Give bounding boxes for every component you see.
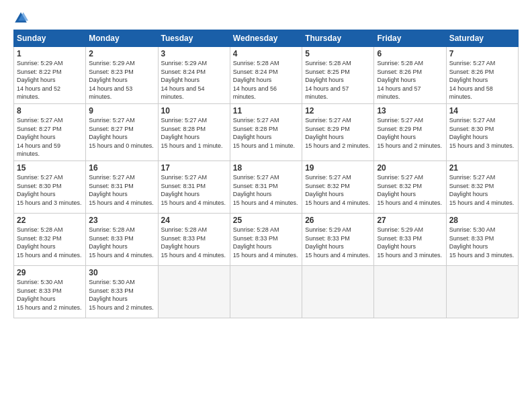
calendar-cell: 13Sunrise: 5:27 AMSunset: 8:29 PMDayligh… xyxy=(374,103,446,161)
calendar-cell: 20Sunrise: 5:27 AMSunset: 8:32 PMDayligh… xyxy=(374,161,446,213)
day-number: 8 xyxy=(17,106,83,116)
calendar-cell: 7Sunrise: 5:27 AMSunset: 8:26 PMDaylight… xyxy=(446,47,518,104)
day-number: 10 xyxy=(161,106,227,116)
calendar-cell: 29Sunrise: 5:30 AMSunset: 8:33 PMDayligh… xyxy=(14,265,86,318)
calendar-cell: 23Sunrise: 5:28 AMSunset: 8:33 PMDayligh… xyxy=(86,213,158,265)
day-info: Sunrise: 5:27 AMSunset: 8:26 PMDaylight … xyxy=(449,59,515,101)
calendar-cell: 4Sunrise: 5:28 AMSunset: 8:24 PMDaylight… xyxy=(230,47,302,104)
day-number: 29 xyxy=(17,268,83,277)
day-info: Sunrise: 5:30 AMSunset: 8:33 PMDaylight … xyxy=(17,278,83,312)
col-header-wednesday: Wednesday xyxy=(230,30,302,47)
day-info: Sunrise: 5:28 AMSunset: 8:24 PMDaylight … xyxy=(233,59,299,101)
col-header-monday: Monday xyxy=(86,30,158,47)
calendar-cell: 1Sunrise: 5:29 AMSunset: 8:22 PMDaylight… xyxy=(14,47,86,104)
day-info: Sunrise: 5:27 AMSunset: 8:29 PMDaylight … xyxy=(305,116,371,150)
day-info: Sunrise: 5:29 AMSunset: 8:33 PMDaylight … xyxy=(377,226,443,259)
day-info: Sunrise: 5:27 AMSunset: 8:31 PMDaylight … xyxy=(233,173,299,207)
day-number: 9 xyxy=(89,106,154,116)
day-number: 23 xyxy=(89,216,154,225)
calendar-cell: 10Sunrise: 5:27 AMSunset: 8:28 PMDayligh… xyxy=(158,103,230,161)
page-container: SundayMondayTuesdayWednesdayThursdayFrid… xyxy=(0,0,532,325)
day-number: 4 xyxy=(233,49,299,58)
day-number: 12 xyxy=(305,106,371,116)
day-info: Sunrise: 5:27 AMSunset: 8:27 PMDaylight … xyxy=(89,116,154,150)
calendar-cell: 12Sunrise: 5:27 AMSunset: 8:29 PMDayligh… xyxy=(302,103,374,161)
day-info: Sunrise: 5:27 AMSunset: 8:29 PMDaylight … xyxy=(377,116,443,150)
calendar-cell xyxy=(230,265,302,318)
calendar-cell xyxy=(446,265,518,318)
col-header-thursday: Thursday xyxy=(302,30,374,47)
day-number: 1 xyxy=(17,49,83,58)
calendar-cell: 27Sunrise: 5:29 AMSunset: 8:33 PMDayligh… xyxy=(374,213,446,265)
day-number: 19 xyxy=(305,163,371,173)
calendar-cell xyxy=(302,265,374,318)
calendar-cell xyxy=(158,265,230,318)
day-info: Sunrise: 5:29 AMSunset: 8:24 PMDaylight … xyxy=(161,59,227,101)
day-number: 13 xyxy=(377,106,443,116)
col-header-sunday: Sunday xyxy=(14,30,86,47)
day-info: Sunrise: 5:28 AMSunset: 8:33 PMDaylight … xyxy=(233,226,299,259)
calendar-cell: 8Sunrise: 5:27 AMSunset: 8:27 PMDaylight… xyxy=(14,103,86,161)
day-info: Sunrise: 5:27 AMSunset: 8:30 PMDaylight … xyxy=(17,173,83,207)
day-info: Sunrise: 5:28 AMSunset: 8:25 PMDaylight … xyxy=(305,59,371,101)
calendar-cell: 3Sunrise: 5:29 AMSunset: 8:24 PMDaylight… xyxy=(158,47,230,104)
day-number: 17 xyxy=(161,163,227,173)
day-number: 16 xyxy=(89,163,154,173)
calendar-cell: 19Sunrise: 5:27 AMSunset: 8:32 PMDayligh… xyxy=(302,161,374,213)
logo-icon xyxy=(13,11,28,26)
day-number: 27 xyxy=(377,216,443,225)
day-info: Sunrise: 5:27 AMSunset: 8:27 PMDaylight … xyxy=(17,116,83,158)
calendar-cell: 28Sunrise: 5:30 AMSunset: 8:33 PMDayligh… xyxy=(446,213,518,265)
calendar-cell: 16Sunrise: 5:27 AMSunset: 8:31 PMDayligh… xyxy=(86,161,158,213)
day-info: Sunrise: 5:28 AMSunset: 8:33 PMDaylight … xyxy=(89,226,154,259)
day-info: Sunrise: 5:29 AMSunset: 8:33 PMDaylight … xyxy=(305,226,371,259)
day-info: Sunrise: 5:27 AMSunset: 8:32 PMDaylight … xyxy=(449,173,515,207)
day-number: 5 xyxy=(305,49,371,58)
day-info: Sunrise: 5:28 AMSunset: 8:26 PMDaylight … xyxy=(377,59,443,101)
logo xyxy=(13,11,31,26)
day-info: Sunrise: 5:27 AMSunset: 8:31 PMDaylight … xyxy=(161,173,227,207)
day-info: Sunrise: 5:27 AMSunset: 8:32 PMDaylight … xyxy=(305,173,371,207)
day-info: Sunrise: 5:27 AMSunset: 8:32 PMDaylight … xyxy=(377,173,443,207)
day-number: 2 xyxy=(89,49,154,58)
calendar-week-4: 22Sunrise: 5:28 AMSunset: 8:32 PMDayligh… xyxy=(14,213,519,265)
calendar-cell: 22Sunrise: 5:28 AMSunset: 8:32 PMDayligh… xyxy=(14,213,86,265)
day-info: Sunrise: 5:30 AMSunset: 8:33 PMDaylight … xyxy=(449,226,515,259)
day-number: 21 xyxy=(449,163,515,173)
day-info: Sunrise: 5:28 AMSunset: 8:33 PMDaylight … xyxy=(161,226,227,259)
calendar-cell: 21Sunrise: 5:27 AMSunset: 8:32 PMDayligh… xyxy=(446,161,518,213)
day-number: 22 xyxy=(17,216,83,225)
day-info: Sunrise: 5:29 AMSunset: 8:22 PMDaylight … xyxy=(17,59,83,101)
calendar-cell: 26Sunrise: 5:29 AMSunset: 8:33 PMDayligh… xyxy=(302,213,374,265)
col-header-tuesday: Tuesday xyxy=(158,30,230,47)
day-number: 6 xyxy=(377,49,443,58)
col-header-saturday: Saturday xyxy=(446,30,518,47)
day-number: 20 xyxy=(377,163,443,173)
day-number: 11 xyxy=(233,106,299,116)
day-info: Sunrise: 5:29 AMSunset: 8:23 PMDaylight … xyxy=(89,59,154,101)
calendar-cell: 30Sunrise: 5:30 AMSunset: 8:33 PMDayligh… xyxy=(86,265,158,318)
calendar-cell: 17Sunrise: 5:27 AMSunset: 8:31 PMDayligh… xyxy=(158,161,230,213)
calendar-cell: 5Sunrise: 5:28 AMSunset: 8:25 PMDaylight… xyxy=(302,47,374,104)
calendar-cell: 6Sunrise: 5:28 AMSunset: 8:26 PMDaylight… xyxy=(374,47,446,104)
calendar-week-5: 29Sunrise: 5:30 AMSunset: 8:33 PMDayligh… xyxy=(14,265,519,318)
calendar-cell xyxy=(374,265,446,318)
col-header-friday: Friday xyxy=(374,30,446,47)
calendar-cell: 2Sunrise: 5:29 AMSunset: 8:23 PMDaylight… xyxy=(86,47,158,104)
day-number: 26 xyxy=(305,216,371,225)
day-number: 24 xyxy=(161,216,227,225)
calendar-table: SundayMondayTuesdayWednesdayThursdayFrid… xyxy=(13,30,519,318)
header xyxy=(13,11,519,26)
day-number: 25 xyxy=(233,216,299,225)
calendar-cell: 15Sunrise: 5:27 AMSunset: 8:30 PMDayligh… xyxy=(14,161,86,213)
calendar-cell: 24Sunrise: 5:28 AMSunset: 8:33 PMDayligh… xyxy=(158,213,230,265)
day-number: 28 xyxy=(449,216,515,225)
calendar-header-row: SundayMondayTuesdayWednesdayThursdayFrid… xyxy=(14,30,519,47)
calendar-cell: 14Sunrise: 5:27 AMSunset: 8:30 PMDayligh… xyxy=(446,103,518,161)
day-number: 7 xyxy=(449,49,515,58)
day-info: Sunrise: 5:27 AMSunset: 8:28 PMDaylight … xyxy=(233,116,299,150)
calendar-cell: 11Sunrise: 5:27 AMSunset: 8:28 PMDayligh… xyxy=(230,103,302,161)
calendar-cell: 9Sunrise: 5:27 AMSunset: 8:27 PMDaylight… xyxy=(86,103,158,161)
day-number: 18 xyxy=(233,163,299,173)
calendar-week-2: 8Sunrise: 5:27 AMSunset: 8:27 PMDaylight… xyxy=(14,103,519,161)
